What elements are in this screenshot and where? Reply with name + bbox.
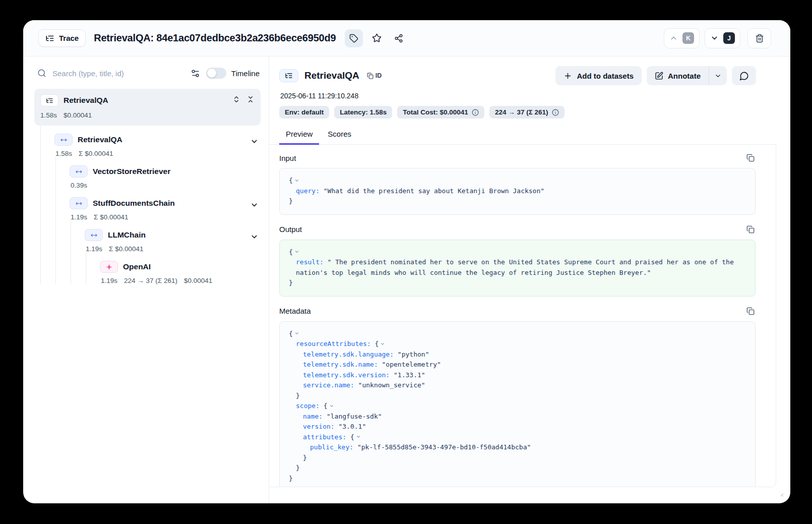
observation-detail-panel: RetrievalQA ID Add to datasets Annotate [269,56,790,503]
span-type-badge [70,165,88,178]
keyboard-shortcut-j: J [723,32,735,44]
plus-icon [564,72,572,80]
collapse-all-icon[interactable] [246,95,255,103]
tree-node-row[interactable]: OpenAI [100,261,261,273]
bubble-icon [739,71,749,81]
stat-value: 224 → 37 (Σ 261) [124,277,177,284]
annotate-split-button: Annotate [647,66,727,85]
expand-json-chevron-icon[interactable] [356,432,361,442]
json-token: telemetry.sdk.language: [303,351,394,358]
json-token: "3.0.1" [335,423,366,430]
json-line: { [289,329,746,339]
tree-node-label: OpenAI [123,262,151,271]
io-section: Metadata{resourceAttributes: {telemetry.… [279,305,756,488]
trace-type-icon-badge [40,94,58,106]
prev-trace-button[interactable]: K [664,28,700,48]
json-token: "opentelemetry" [378,361,441,368]
collapse-node-chevron[interactable] [250,200,259,209]
expand-json-chevron-icon[interactable] [294,328,299,339]
tag-icon[interactable] [345,29,363,47]
tree-node-row[interactable]: VectorStoreRetriever [70,165,261,178]
json-line: resourceAttributes: { [289,339,746,350]
collapse-node-chevron[interactable] [250,232,259,241]
expand-all-icon[interactable] [232,95,240,103]
tree-node-row[interactable]: RetrievalQA [54,134,261,146]
delete-trace-button[interactable] [747,28,771,48]
search-input[interactable] [51,69,185,78]
json-token: name: [303,413,323,420]
detail-tabs: PreviewScores [269,126,776,145]
unfold-icon [232,95,240,103]
json-line: result: " The president nominated her to… [289,257,746,278]
chevUp-icon [669,34,678,42]
comments-button[interactable] [732,66,756,85]
copy-section-button[interactable] [745,306,756,316]
section-header: Metadata [279,305,756,317]
add-to-datasets-button[interactable]: Add to datasets [555,66,642,85]
json-token: { [289,330,293,337]
root-latency: 1.58s [40,111,57,119]
metric-badges-row: Env: defaultLatency: 1.58sTotal Cost: $0… [269,106,776,119]
generation-type-badge [100,261,118,273]
copy-icon [746,225,755,234]
json-line: } [289,391,746,401]
page-title: RetrievalQA: 84e1ac07dedbce3b2a236b6ece6… [94,32,336,44]
json-line: } [289,474,746,484]
json-token: } [289,279,293,286]
expand-json-chevron-icon[interactable] [380,338,385,349]
tab-scores[interactable]: Scores [321,126,358,145]
timeline-toggle[interactable] [206,68,226,79]
json-line: public_key: "pk-lf-5855d85e-3943-497e-bd… [289,442,746,453]
json-token: { [289,248,293,256]
tree-node-stats: 1.19s224 → 37 (Σ 261)$0.00041 [101,277,261,284]
edit-pen-icon [655,71,663,81]
trace-detail-window: Trace RetrievalQA: 84e1ac07dedbce3b2a236… [23,20,790,503]
tree-children: RetrievalQA1.58sΣ $0.00041VectorStoreRet… [40,126,261,284]
metric-badge-label: Env: default [285,108,324,116]
filter-sliders-icon[interactable] [191,68,200,78]
annotate-dropdown-chevron[interactable] [709,66,727,85]
copy-section-button[interactable] [745,224,756,235]
tree-node-label: StuffDocumentsChain [93,199,175,208]
expand-json-chevron-icon[interactable] [294,247,299,257]
tree-node-stats: 1.19sΣ $0.00041 [71,213,261,221]
metric-badge-label: Total Cost: $0.00041 [403,108,468,116]
info-icon [552,109,559,116]
grip-icon [775,488,784,497]
json-token: service.name: [303,381,354,389]
next-trace-button[interactable]: J [705,28,740,48]
metric-badge[interactable]: Latency: 1.58s [334,106,392,119]
metric-badge[interactable]: Env: default [279,106,329,119]
toggle-knob [207,69,216,78]
resize-grip-icon[interactable] [775,488,784,497]
annotate-button[interactable]: Annotate [647,66,709,85]
tree-node-row[interactable]: StuffDocumentsChain [70,197,261,209]
tree-root-row[interactable]: RetrievalQA 1.58s $0.00041 [34,89,261,126]
copy-section-button[interactable] [745,153,756,163]
json-token: " The president nominated her to serve o… [296,258,738,276]
detail-header: RetrievalQA ID Add to datasets Annotate [269,66,756,86]
stat-value: $0.00041 [184,277,212,284]
star-icon[interactable] [368,30,385,47]
json-token: } [303,454,307,461]
tab-preview[interactable]: Preview [279,126,319,145]
json-token: "What did the president say about Ketanj… [320,187,544,195]
expand-json-chevron-icon[interactable] [294,175,299,186]
tree-children: LLMChain1.19sΣ $0.00041OpenAI1.19s224 → … [71,221,261,284]
tree-node-label: LLMChain [108,230,146,240]
metric-badge-label: 224 → 37 (Σ 261) [495,108,548,116]
metric-badge[interactable]: Total Cost: $0.00041 [397,106,484,119]
json-token: "python" [394,351,429,358]
tree-node-row[interactable]: LLMChain [85,229,261,241]
share-icon[interactable] [390,30,407,47]
expand-json-chevron-icon[interactable] [329,400,334,411]
collapse-node-chevron[interactable] [250,137,259,146]
metric-badge[interactable]: 224 → 37 (Σ 261) [489,106,565,119]
json-token: telemetry.sdk.version: [303,371,390,379]
json-line: } [289,278,746,288]
json-line: version: "3.0.1" [289,422,746,432]
json-viewer: {resourceAttributes: {telemetry.sdk.lang… [279,321,756,488]
copy-id-button[interactable]: ID [365,71,384,80]
io-section: Input{query: "What did the president say… [279,152,756,215]
tree-node-stats: 0.39s [71,182,261,189]
